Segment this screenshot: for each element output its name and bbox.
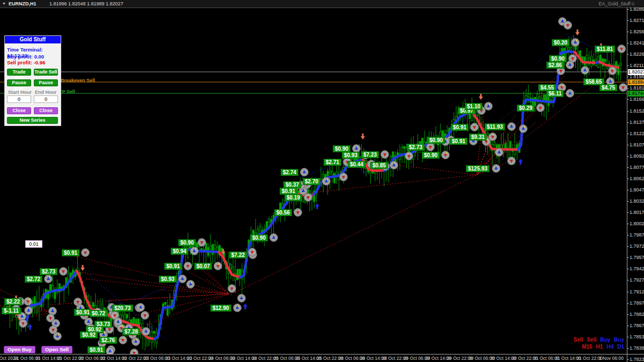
panel-title: Gold Stuff — [5, 36, 61, 43]
time-tick-label: 1 Nov 06:00 — [599, 356, 624, 361]
close-sell-button[interactable]: Close Sell — [34, 107, 58, 114]
price-tick-label: 1.81070 — [630, 142, 644, 147]
direction-row: SellSellBuyBuy — [570, 336, 624, 343]
status-word: Buy — [614, 337, 624, 343]
profit-badge: $125.93 — [466, 165, 489, 172]
price-axis[interactable]: 1.828651.827151.825651.824151.822651.821… — [627, 8, 644, 362]
profit-badge: $2.70 — [303, 178, 320, 185]
buy-profit-label: Buy profit: 0.00 — [7, 54, 44, 60]
profit-badge: $0.56 — [274, 209, 292, 216]
trade-buy-button[interactable]: Trade Buy — [7, 69, 31, 76]
start-hour-input[interactable] — [7, 95, 31, 103]
sell-profit-label: Sell profit: -0.96 — [7, 60, 45, 65]
profit-badge: $7.23 — [361, 151, 379, 158]
chart-canvas[interactable] — [0, 0, 644, 362]
price-tick-label: 1.78825 — [630, 312, 644, 317]
end-hour-label: End Hour — [35, 90, 57, 95]
price-tick-label: 1.80620 — [630, 176, 644, 181]
profit-badge: $2.86 — [546, 62, 564, 69]
price-tick-label: 1.79575 — [630, 255, 644, 260]
price-tick-label: 1.80170 — [630, 210, 644, 215]
open-sell-button[interactable]: Open Sell — [41, 346, 72, 353]
tp-price-box: 1.81744 — [628, 91, 644, 97]
profit-badge: $0.07 — [194, 263, 212, 270]
price-tick-label: 1.80920 — [630, 153, 644, 159]
profit-badge: $2.73 — [407, 144, 425, 151]
open-buy-button[interactable]: Open Buy — [4, 346, 35, 353]
profit-badge: $0.91 — [87, 346, 105, 353]
time-axis[interactable]: 18 Oct 202421 Oct 06:0021 Oct 14:0021 Oc… — [0, 354, 644, 362]
profit-badge: $0.90 — [250, 234, 268, 241]
profit-badge: $2.76 — [99, 337, 117, 344]
price-tick-label: 1.82715 — [630, 18, 644, 23]
close-buy-button[interactable]: Close Buy — [7, 107, 31, 114]
pause-buy-button[interactable]: Pause Buy — [7, 79, 31, 86]
profit-badge: $0.19 — [284, 194, 302, 201]
status-word: H4 — [606, 344, 613, 350]
price-tick-label: 1.78380 — [630, 345, 644, 351]
profit-badge: $0.93 — [159, 276, 177, 283]
profit-badge: $2.74 — [281, 169, 298, 176]
profit-badge: $11.93 — [485, 123, 505, 130]
profit-badge: $11.81 — [595, 46, 615, 53]
price-tick-label: 1.81370 — [630, 120, 644, 125]
price-tick-label: 1.79720 — [630, 243, 644, 249]
profit-badge: $2.73 — [40, 268, 57, 275]
profit-badge: $0.44 — [348, 161, 365, 168]
timeframe-row: M15H1H4D1 — [570, 343, 624, 350]
price-tick-label: 1.82115 — [630, 63, 644, 68]
lot-size-box[interactable]: 0.01 — [25, 240, 42, 248]
trade-sell-button[interactable]: Trade Sell — [34, 69, 58, 76]
profit-badge: $4.75 — [599, 84, 617, 91]
profit-badge: $7.28 — [122, 328, 140, 335]
price-tick-label: 1.81815 — [630, 85, 644, 91]
price-tick-label: 1.81220 — [630, 131, 644, 136]
price-tick-label: 1.82265 — [630, 51, 644, 57]
profit-badge: $0.29 — [517, 105, 535, 112]
price-tick-label: 1.82565 — [630, 29, 644, 34]
price-tick-label: 1.78530 — [630, 334, 644, 339]
price-tick-label: 1.81665 — [630, 97, 644, 102]
price-tick-label: 1.79125 — [630, 289, 644, 294]
price-tick-label: 1.80470 — [630, 187, 644, 193]
direction-status-block: SellSellBuyBuy M15H1H4D1 — [570, 336, 624, 350]
profit-badge: $0.91 — [450, 138, 467, 145]
profit-badge: $0.91 — [164, 263, 182, 270]
end-hour-input[interactable] — [34, 95, 58, 103]
profit-badge: $0.85 — [370, 162, 388, 169]
new-series-button[interactable]: New Series — [7, 117, 58, 124]
price-tick-label: 1.80770 — [630, 165, 644, 170]
profit-badge: $9.31 — [469, 134, 487, 141]
start-hour-label: Start Hour — [8, 90, 32, 95]
price-tick-label: 1.78975 — [630, 300, 644, 306]
price-tick-label: 1.79425 — [630, 266, 644, 271]
price-tick-label: 1.82865 — [630, 6, 644, 12]
profit-badge: $0.20 — [552, 39, 569, 46]
profit-badge: $0.90 — [422, 152, 440, 159]
status-word: Buy — [600, 337, 610, 343]
profit-badge: $0.94 — [171, 248, 188, 255]
status-word: D1 — [617, 344, 624, 350]
profit-badge: $7.22 — [229, 252, 247, 258]
breakeven-sell-line-label: Breakeven Sell — [61, 78, 95, 83]
profit-badge: $0.72 — [90, 310, 107, 317]
gold-stuff-panel: Gold Stuff Time Terminal: 13:12:21 Buy p… — [4, 35, 61, 126]
profit-badge: $12.90 — [210, 305, 231, 312]
price-tick-label: 1.80320 — [630, 198, 644, 204]
profit-badge: $-1.11 — [2, 307, 21, 314]
price-tick-label: 1.78675 — [630, 323, 644, 328]
pause-sell-button[interactable]: Pause Sell — [34, 79, 58, 86]
status-word: H1 — [596, 344, 603, 350]
profit-badge: $20.73 — [112, 305, 133, 312]
profit-badge: $0.91 — [62, 249, 79, 256]
tp-sell-line-label: TP Sell — [59, 89, 75, 94]
breakeven-price-box: 1.81894 — [628, 79, 644, 85]
profit-badge: $2.72 — [25, 276, 42, 283]
profit-badge: $0.93 — [342, 152, 360, 159]
mt4-chart-window: ▼ EURNZD,H1 1.81996 1.82048 1.81989 1.82… — [0, 0, 644, 362]
price-tick-label: 1.81520 — [630, 108, 644, 114]
status-word: Sell — [574, 337, 583, 343]
profit-badge: $0.90 — [178, 239, 196, 246]
profit-badge: $6.11 — [546, 90, 564, 97]
profit-badge: $0.91 — [451, 124, 469, 131]
